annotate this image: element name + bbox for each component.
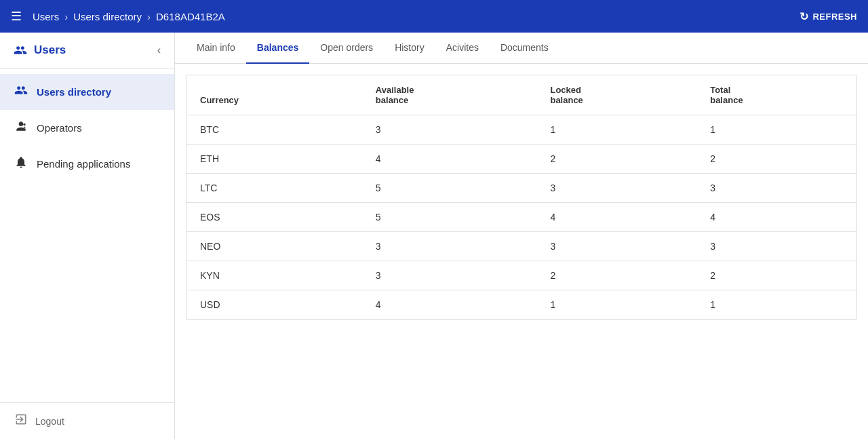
logout-icon [14,413,28,430]
table-row: KYN322 [186,261,856,290]
cell-total_balance: 3 [696,232,856,261]
table-row: EOS544 [186,203,856,232]
cell-locked_balance: 3 [536,174,696,203]
table-row: NEO333 [186,232,856,261]
table-row: ETH422 [186,145,856,174]
cell-total_balance: 2 [696,261,856,290]
column-header-currency: Currency [186,75,362,115]
breadcrumb-user-id: D618AD41B2A [156,11,225,22]
cell-available_balance: 5 [362,174,537,203]
logout-button[interactable]: Logout [0,402,174,439]
balances-table-wrapper: Currency Availablebalance Lockedbalance … [186,75,857,320]
menu-icon[interactable]: ☰ [11,9,22,24]
cell-total_balance: 4 [696,203,856,232]
cell-available_balance: 5 [362,203,537,232]
pending-applications-icon [14,155,28,172]
cell-currency: USD [186,290,362,320]
cell-total_balance: 1 [696,290,856,320]
sidebar-item-pending-applications[interactable]: Pending applications [0,146,174,182]
cell-total_balance: 3 [696,174,856,203]
tab-open-orders[interactable]: Open orders [309,33,384,64]
refresh-icon: ↻ [800,10,809,23]
column-header-total-balance: Totalbalance [696,75,856,115]
breadcrumb-users-directory[interactable]: Users directory [73,11,142,22]
cell-locked_balance: 1 [536,115,696,145]
svg-point-0 [23,123,25,126]
cell-locked_balance: 3 [536,232,696,261]
operators-icon [14,119,28,136]
users-title-icon [14,43,27,57]
sidebar-title-text: Users [34,43,66,57]
cell-locked_balance: 2 [536,145,696,174]
tab-main-info[interactable]: Main info [186,33,246,64]
sidebar-nav: Users directory Operators [0,69,174,402]
sidebar-item-users-directory[interactable]: Users directory [0,74,174,110]
table-row: BTC311 [186,115,856,145]
breadcrumb: Users › Users directory › D618AD41B2A [33,11,794,22]
breadcrumb-users[interactable]: Users [33,11,59,22]
table-row: LTC533 [186,174,856,203]
cell-currency: ETH [186,145,362,174]
refresh-label: REFRESH [812,12,857,22]
users-directory-icon [14,83,28,100]
column-header-available-balance: Availablebalance [362,75,537,115]
tab-acivites[interactable]: Acivites [435,33,490,64]
cell-available_balance: 3 [362,232,537,261]
cell-available_balance: 4 [362,290,537,320]
sidebar: Users ‹ Users directory [0,33,175,439]
cell-currency: LTC [186,174,362,203]
sidebar-collapse-button[interactable]: ‹ [157,44,161,56]
tabs-bar: Main info Balances Open orders History A… [175,33,868,64]
content-area: Main info Balances Open orders History A… [175,33,868,439]
refresh-button[interactable]: ↻ REFRESH [800,10,857,23]
cell-currency: EOS [186,203,362,232]
logout-label: Logout [35,416,64,427]
cell-total_balance: 1 [696,115,856,145]
table-header-row: Currency Availablebalance Lockedbalance … [186,75,856,115]
cell-currency: NEO [186,232,362,261]
sidebar-title: Users [14,43,66,57]
cell-total_balance: 2 [696,145,856,174]
main-layout: Users ‹ Users directory [0,33,868,439]
cell-currency: KYN [186,261,362,290]
cell-available_balance: 3 [362,261,537,290]
tab-documents[interactable]: Documents [490,33,559,64]
tab-history[interactable]: History [384,33,435,64]
cell-available_balance: 3 [362,115,537,145]
balances-table-container: Currency Availablebalance Lockedbalance … [186,75,856,319]
sidebar-item-operators[interactable]: Operators [0,110,174,146]
cell-locked_balance: 4 [536,203,696,232]
sidebar-header: Users ‹ [0,33,174,69]
balances-table: Currency Availablebalance Lockedbalance … [186,75,856,319]
sidebar-item-users-directory-label: Users directory [37,86,111,98]
cell-locked_balance: 2 [536,261,696,290]
cell-currency: BTC [186,115,362,145]
table-row: USD411 [186,290,856,320]
breadcrumb-sep-2: › [147,11,151,22]
column-header-locked-balance: Lockedbalance [536,75,696,115]
cell-locked_balance: 1 [536,290,696,320]
sidebar-item-pending-applications-label: Pending applications [37,158,130,170]
cell-available_balance: 4 [362,145,537,174]
sidebar-item-operators-label: Operators [37,122,82,134]
breadcrumb-sep-1: › [64,11,68,22]
tab-balances[interactable]: Balances [246,33,309,64]
topbar: ☰ Users › Users directory › D618AD41B2A … [0,0,868,33]
